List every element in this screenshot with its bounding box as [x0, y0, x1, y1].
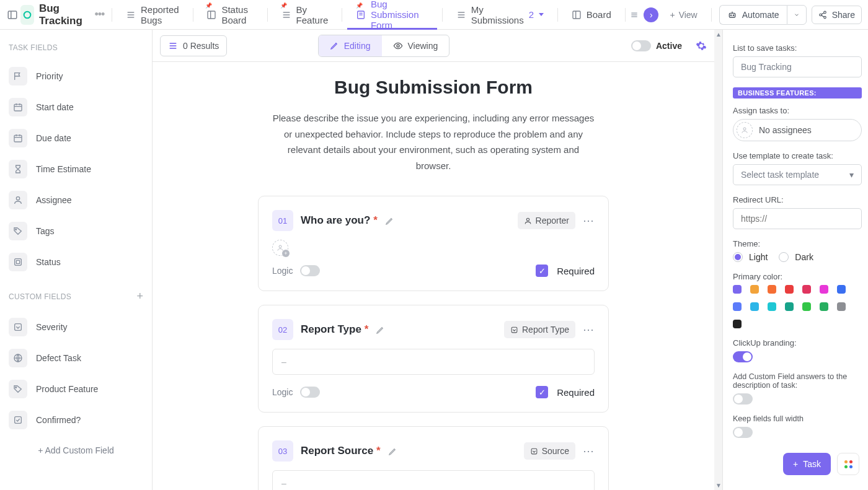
assign-input[interactable]: No assignees: [733, 119, 862, 141]
list-icon: [126, 10, 136, 20]
form-card-3[interactable]: 03 Report Source * Source ⋯ –: [258, 426, 609, 490]
field-confirmed[interactable]: Confirmed?: [0, 405, 152, 435]
color-swatch[interactable]: [820, 285, 828, 294]
automate-dropdown-button[interactable]: [787, 5, 807, 25]
share-button[interactable]: Share: [812, 6, 862, 24]
field-due-date[interactable]: Due date: [0, 123, 152, 154]
pencil-icon: [330, 41, 339, 50]
color-swatch[interactable]: [802, 302, 811, 311]
redirect-label: Redirect URL:: [733, 195, 862, 204]
list-status-icon[interactable]: [20, 5, 34, 25]
automate-button[interactable]: Automate: [719, 5, 787, 25]
tab-reported-bugs[interactable]: Reported Bugs: [117, 0, 188, 30]
required-checkbox[interactable]: ✓: [536, 386, 548, 398]
color-swatch[interactable]: [820, 302, 828, 311]
svg-point-26: [823, 11, 826, 14]
field-type-badge[interactable]: Reporter: [518, 212, 575, 229]
dropdown-icon: [510, 326, 518, 334]
tab-board[interactable]: Board: [563, 0, 620, 30]
tab-by-feature[interactable]: 📌 By Feature: [273, 0, 337, 30]
add-custom-field-button[interactable]: + Add Custom Field: [0, 435, 152, 465]
color-swatch[interactable]: [733, 302, 742, 311]
active-toggle: Active: [631, 40, 707, 51]
more-icon[interactable]: ⋯: [583, 444, 595, 458]
more-icon[interactable]: ⋯: [583, 323, 595, 336]
title-more-icon[interactable]: •••: [92, 8, 107, 21]
add-custom-field-icon[interactable]: +: [136, 290, 143, 303]
branding-switch[interactable]: [733, 351, 753, 362]
theme-dark-radio[interactable]: [779, 252, 789, 262]
add-view-button[interactable]: + View: [663, 10, 703, 20]
logic-switch[interactable]: [300, 387, 320, 398]
required-checkbox[interactable]: ✓: [536, 265, 548, 277]
form-card-1[interactable]: 01 Who are you? * Reporter ⋯ Logic ✓ Re: [258, 196, 609, 291]
tab-status-board[interactable]: 📌 Status Board: [198, 0, 262, 30]
tab-my-submissions[interactable]: My Submissions 2: [448, 0, 552, 30]
svg-rect-17: [573, 11, 580, 19]
color-swatch[interactable]: [733, 320, 742, 328]
nav-forward-icon[interactable]: ›: [644, 7, 658, 22]
tab-bug-submission-form[interactable]: 📌 Bug Submission Form: [347, 0, 437, 30]
chevron-down-icon[interactable]: [539, 13, 544, 16]
active-switch[interactable]: [631, 40, 651, 51]
task-fields-sidebar: TASK FIELDS Priority Start date Due date…: [0, 30, 153, 490]
color-swatch[interactable]: [750, 285, 759, 294]
list-save-input[interactable]: Bug Tracking: [733, 56, 862, 77]
logic-switch[interactable]: [300, 265, 320, 276]
field-product-feature[interactable]: Product Feature: [0, 374, 152, 405]
custom-answers-switch[interactable]: [733, 393, 753, 405]
results-button[interactable]: 0 Results: [160, 35, 227, 56]
color-swatch[interactable]: [837, 285, 846, 294]
form-title[interactable]: Bug Submission Form: [177, 77, 689, 98]
flag-icon: [9, 67, 27, 85]
field-defect-task[interactable]: Defect Task: [0, 343, 152, 374]
color-swatch[interactable]: [768, 285, 776, 294]
field-type-badge[interactable]: Report Type: [504, 321, 575, 338]
field-status[interactable]: Status: [0, 247, 152, 278]
field-start-date[interactable]: Start date: [0, 92, 152, 123]
field-type-badge[interactable]: Source: [524, 442, 575, 460]
new-task-button[interactable]: + Task: [783, 453, 831, 475]
theme-light-radio[interactable]: [733, 252, 743, 262]
template-select[interactable]: Select task template ▾: [733, 164, 862, 185]
dropdown-icon: [9, 318, 27, 336]
editing-button[interactable]: Editing: [319, 35, 382, 56]
gear-icon[interactable]: [696, 40, 707, 51]
form-card-2[interactable]: 02 Report Type * Report Type ⋯ – Logic ✓: [258, 305, 609, 413]
field-assignee[interactable]: Assignee: [0, 185, 152, 216]
tag-icon: [9, 222, 27, 240]
list-icon: [281, 10, 291, 20]
field-tags[interactable]: Tags: [0, 216, 152, 247]
scroll-down-icon[interactable]: ▼: [715, 482, 722, 489]
svg-rect-54: [512, 327, 517, 333]
apps-button[interactable]: [837, 453, 859, 475]
topbar: Bug Tracking ••• Reported Bugs 📌 Status …: [0, 0, 868, 30]
redirect-input[interactable]: [733, 208, 862, 229]
pencil-icon[interactable]: [385, 216, 394, 225]
color-swatch[interactable]: [785, 285, 794, 294]
branding-label: ClickUp branding:: [733, 338, 862, 348]
scrollbar[interactable]: ▲ ▼: [714, 30, 723, 490]
app-title[interactable]: Bug Tracking: [39, 2, 84, 27]
collapse-sidebar-icon[interactable]: [6, 6, 18, 24]
color-swatch[interactable]: [837, 302, 846, 311]
automate-label: Automate: [742, 10, 779, 20]
card-input[interactable]: –: [272, 470, 595, 490]
color-swatch[interactable]: [733, 285, 742, 294]
color-swatch[interactable]: [802, 285, 811, 294]
pencil-icon[interactable]: [376, 325, 385, 335]
field-priority[interactable]: Priority: [0, 61, 152, 92]
color-swatch[interactable]: [785, 302, 794, 311]
color-swatch[interactable]: [768, 302, 776, 311]
scroll-up-icon[interactable]: ▲: [715, 31, 722, 38]
pencil-icon[interactable]: [388, 447, 397, 456]
form-description[interactable]: Please describe the issue you are experi…: [272, 110, 595, 173]
viewing-button[interactable]: Viewing: [382, 35, 450, 56]
more-icon[interactable]: ⋯: [583, 214, 595, 227]
field-severity[interactable]: Severity: [0, 312, 152, 343]
color-swatch[interactable]: [750, 302, 759, 311]
assignee-placeholder[interactable]: [272, 240, 288, 256]
fullwidth-switch[interactable]: [733, 427, 753, 438]
field-time-estimate[interactable]: Time Estimate: [0, 154, 152, 185]
card-input[interactable]: –: [272, 349, 595, 375]
